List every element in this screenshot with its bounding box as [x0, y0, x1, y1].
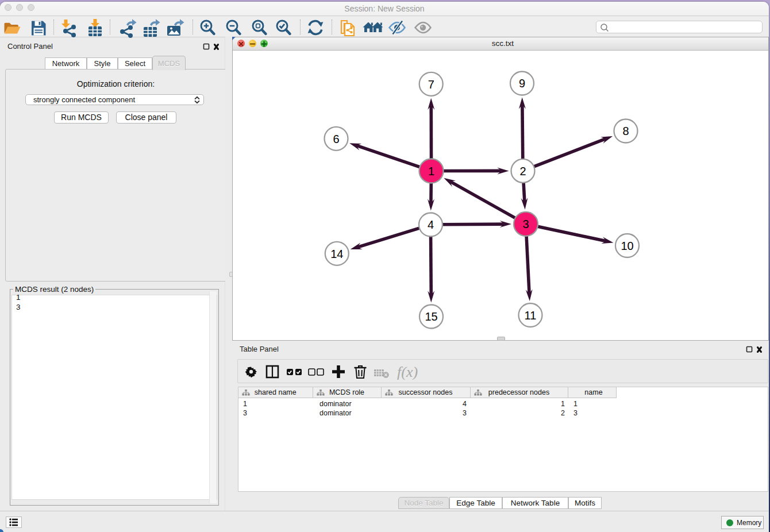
- svg-text:8: 8: [622, 125, 629, 137]
- svg-text:7: 7: [428, 78, 434, 91]
- svg-text:11: 11: [525, 309, 537, 322]
- svg-text:f(x): f(x): [397, 364, 418, 380]
- svg-text:14: 14: [330, 248, 343, 260]
- svg-text:6: 6: [333, 133, 339, 145]
- svg-text:9: 9: [519, 77, 525, 90]
- svg-text:15: 15: [425, 310, 437, 323]
- svg-text:3: 3: [522, 218, 529, 230]
- svg-text:10: 10: [621, 240, 633, 252]
- svg-text:1: 1: [428, 165, 434, 178]
- svg-text:4: 4: [428, 218, 434, 231]
- svg-text:2: 2: [519, 165, 526, 178]
